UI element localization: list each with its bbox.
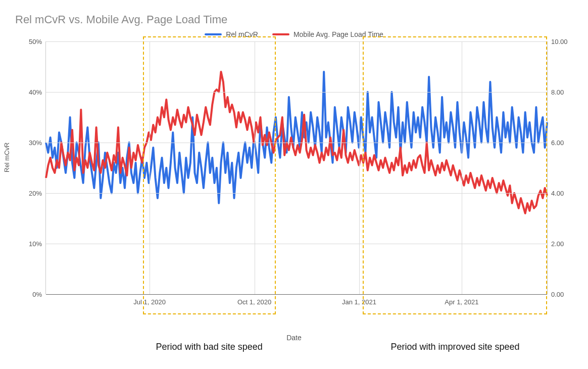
chart-container: Rel mCvR vs. Mobile Avg. Page Load Time … — [10, 13, 578, 362]
gridline-horizontal — [46, 143, 547, 143]
x-tick: Apr 1, 2021 — [445, 294, 478, 306]
x-tick: Oct 1, 2020 — [237, 294, 271, 306]
y-right-tick: 2.00 — [547, 240, 564, 248]
line-rel-mcvr — [46, 72, 547, 203]
y-left-tick: 10% — [29, 240, 46, 248]
gridline-horizontal — [46, 92, 547, 93]
legend-item-rel: Rel mCvR — [205, 30, 258, 38]
legend-item-load: Mobile Avg. Page Load Time — [272, 30, 383, 38]
legend-label-rel: Rel mCvR — [226, 30, 258, 38]
gridline-vertical — [255, 41, 255, 294]
gridline-horizontal — [46, 244, 547, 244]
legend: Rel mCvR Mobile Avg. Page Load Time — [10, 30, 578, 38]
gridline-horizontal — [46, 193, 547, 194]
x-tick: Jul 1, 2020 — [133, 294, 166, 306]
y-right-tick: 6.00 — [547, 139, 564, 147]
legend-swatch-load — [272, 33, 289, 35]
gridline-vertical — [359, 41, 360, 294]
plot-inner: 0%0.0010%2.0020%4.0030%6.0040%8.0050%10.… — [45, 41, 548, 294]
y-right-tick: 0.00 — [547, 291, 564, 298]
y-left-tick: 40% — [29, 88, 46, 96]
legend-label-load: Mobile Avg. Page Load Time — [293, 30, 383, 38]
annotation-good-speed: Period with improved site speed — [390, 342, 519, 352]
y-right-tick: 4.00 — [547, 190, 564, 197]
annotations-row: Period with bad site speed Period with i… — [10, 342, 578, 357]
line-layer — [46, 41, 547, 294]
gridline-vertical — [150, 41, 150, 294]
y-right-tick: 8.00 — [547, 88, 564, 96]
y-left-tick: 0% — [32, 291, 46, 298]
plot-area: Rel mCvR 0%0.0010%2.0020%4.0030%6.0040%8… — [10, 41, 578, 314]
x-axis-label: Date — [286, 334, 302, 342]
gridline-horizontal — [46, 41, 547, 42]
legend-swatch-rel — [205, 33, 222, 35]
y-left-tick: 20% — [29, 190, 46, 197]
y-left-tick: 30% — [29, 139, 46, 147]
gridline-vertical — [462, 41, 462, 294]
annotation-bad-speed: Period with bad site speed — [156, 342, 263, 352]
y-axis-left-label: Rel mCvR — [3, 143, 11, 172]
chart-title: Rel mCvR vs. Mobile Avg. Page Load Time — [15, 13, 578, 26]
y-right-tick: 10.00 — [547, 38, 568, 45]
y-left-tick: 50% — [29, 38, 46, 45]
x-tick: Jan 1, 2021 — [342, 294, 376, 306]
